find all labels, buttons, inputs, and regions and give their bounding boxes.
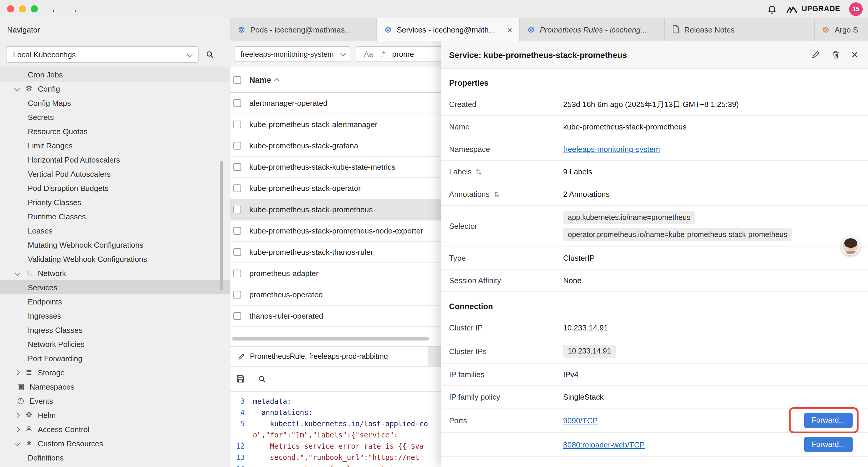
close-drawer-icon[interactable]: ×: [851, 50, 858, 59]
sidebar-item-pod-disruption-budgets[interactable]: Pod Disruption Budgets: [0, 181, 230, 195]
user-avatar[interactable]: [841, 237, 860, 255]
row-checkbox[interactable]: [234, 291, 241, 298]
forward-button[interactable]: Forward...: [804, 437, 852, 452]
sidebar-item-storage[interactable]: ≣Storage: [0, 365, 230, 380]
editor-tab-partial[interactable]: [434, 347, 441, 366]
yaml-editor[interactable]: 3metadata:4 annotations:5 kubectl.kubern…: [230, 392, 441, 467]
sidebar-item-definitions[interactable]: Definitions: [0, 450, 230, 465]
column-name-header[interactable]: Name: [249, 76, 271, 84]
table-row[interactable]: kube-prometheus-stack-operator: [230, 178, 441, 199]
port-link[interactable]: 8080:reloader-web/TCP: [563, 440, 645, 449]
namespace-filter-select[interactable]: freeleaps-monitoring-system: [235, 46, 350, 62]
table-row[interactable]: kube-prometheus-stack-alertmanager: [230, 114, 441, 135]
row-checkbox[interactable]: [234, 312, 241, 320]
row-checkbox[interactable]: [234, 227, 241, 235]
sidebar-item-config-maps[interactable]: Config Maps: [0, 96, 230, 110]
expand-collapse-icon[interactable]: ⇅: [476, 168, 482, 176]
tab-prometheus-rules-icecheng[interactable]: ☸Prometheus Rules - icecheng...: [520, 18, 665, 41]
save-icon[interactable]: [236, 374, 245, 384]
editor-tab-prometheusrule[interactable]: PrometheusRule: freeleaps-prod-rabbitmq: [230, 347, 428, 366]
sidebar-item-network[interactable]: ↑↓Network: [0, 266, 230, 280]
row-checkbox[interactable]: [234, 206, 241, 213]
sidebar-item-limit-ranges[interactable]: Limit Ranges: [0, 138, 230, 152]
tab-pods-icecheng-mathmas[interactable]: ☸Pods - icecheng@mathmas...: [230, 18, 377, 41]
expand-collapse-icon[interactable]: ⇅: [494, 190, 500, 198]
sidebar-item-priority-classes[interactable]: Priority Classes: [0, 195, 230, 209]
forward-button[interactable]: →: [69, 4, 78, 14]
table-row[interactable]: kube-prometheus-stack-grafana: [230, 135, 441, 157]
search-input[interactable]: Aa .* prome: [356, 46, 441, 62]
sidebar-item-mutating-webhook-configurations[interactable]: Mutating Webhook Configurations: [0, 238, 230, 252]
delete-service-icon[interactable]: [831, 50, 840, 59]
detail-label: IP families: [441, 370, 563, 379]
horizontal-scrollbar[interactable]: [232, 337, 429, 341]
sidebar-item-leases[interactable]: Leases: [0, 224, 230, 238]
sidebar-item-label: Vertical Pod Autoscalers: [28, 169, 111, 178]
detail-value: 253d 16h 6m ago (2025年1月13日 GMT+8 1:25:3…: [563, 99, 739, 110]
sidebar-item-secrets[interactable]: Secrets: [0, 110, 230, 124]
row-checkbox[interactable]: [234, 269, 241, 277]
detail-label: IP family policy: [441, 392, 563, 401]
row-checkbox[interactable]: [234, 99, 241, 107]
table-row[interactable]: prometheus-operated: [230, 284, 441, 305]
sidebar-item-horizontal-pod-autoscalers[interactable]: Horizontal Pod Autoscalers: [0, 152, 230, 167]
sidebar-item-vertical-pod-autoscalers[interactable]: Vertical Pod Autoscalers: [0, 167, 230, 181]
tab-services-icecheng-math[interactable]: ☸Services - icecheng@math...×: [377, 18, 520, 41]
table-row[interactable]: kube-prometheus-stack-kube-state-metrics: [230, 157, 441, 178]
table-row[interactable]: kube-prometheus-stack-prometheus-node-ex…: [230, 221, 441, 242]
back-button[interactable]: ←: [51, 4, 60, 14]
sidebar-item-custom-resources[interactable]: *Custom Resources: [0, 436, 230, 450]
service-name: kube-prometheus-stack-grafana: [249, 141, 359, 150]
table-row[interactable]: thanos-ruler-operated: [230, 305, 441, 327]
sidebar-item-endpoints[interactable]: Endpoints: [0, 294, 230, 309]
regex-toggle[interactable]: .*: [380, 50, 385, 58]
match-case-toggle[interactable]: Aa: [364, 50, 373, 58]
sidebar-item-access-control[interactable]: Access Control: [0, 422, 230, 436]
line-number: 12: [234, 441, 253, 452]
tab-release-notes[interactable]: Release Notes: [665, 18, 815, 41]
select-all-checkbox[interactable]: [234, 76, 241, 84]
port-link[interactable]: 9090/TCP: [563, 416, 598, 425]
forward-button[interactable]: Forward...: [804, 413, 852, 428]
sidebar-item-namespaces[interactable]: ▣Namespaces: [0, 380, 230, 394]
table-row[interactable]: kube-prometheus-stack-thanos-ruler: [230, 242, 441, 263]
detail-row-type: TypeClusterIP: [441, 247, 868, 269]
table-row[interactable]: kube-prometheus-stack-prometheus: [230, 199, 441, 221]
sidebar-item-runtime-classes[interactable]: Runtime Classes: [0, 209, 230, 224]
sidebar-item-network-policies[interactable]: Network Policies: [0, 337, 230, 351]
close-window-button[interactable]: [7, 5, 14, 12]
minimize-window-button[interactable]: [19, 5, 26, 12]
sidebar-item-events[interactable]: ◷Events: [0, 394, 230, 408]
detail-label: Ports: [441, 416, 563, 425]
namespace-link[interactable]: freeleaps-monitoring-system: [563, 145, 660, 154]
close-tab-icon[interactable]: ×: [501, 25, 512, 35]
editor-toolbar: [230, 367, 441, 392]
row-checkbox[interactable]: [234, 142, 241, 150]
row-checkbox[interactable]: [234, 184, 241, 192]
sidebar-search-icon[interactable]: [206, 50, 215, 59]
sidebar-item-port-forwarding[interactable]: Port Forwarding: [0, 351, 230, 365]
kubeconfig-selector[interactable]: Local Kubeconfigs: [6, 46, 198, 63]
tab-argo-s[interactable]: ☸Argo S: [815, 18, 868, 41]
sidebar-scrollbar[interactable]: [220, 161, 223, 291]
sidebar-item-validating-webhook-configurations[interactable]: Validating Webhook Configurations: [0, 252, 230, 266]
zoom-window-button[interactable]: [31, 5, 38, 12]
sidebar-item-services[interactable]: Services: [0, 280, 230, 294]
editor-search-icon[interactable]: [258, 375, 267, 383]
sidebar-item-ingresses[interactable]: Ingresses: [0, 309, 230, 323]
service-name: prometheus-adapter: [249, 269, 318, 278]
upgrade-button[interactable]: UPGRADE: [785, 4, 840, 13]
sidebar-item-cron-jobs[interactable]: Cron Jobs: [0, 67, 230, 82]
table-row[interactable]: alertmanager-operated: [230, 93, 441, 114]
notifications-bell-icon[interactable]: [767, 4, 777, 14]
row-checkbox[interactable]: [234, 248, 241, 256]
row-checkbox[interactable]: [234, 163, 241, 171]
notification-count-badge[interactable]: 15: [849, 2, 863, 16]
row-checkbox[interactable]: [234, 121, 241, 128]
table-row[interactable]: prometheus-adapter: [230, 263, 441, 284]
sidebar-item-config[interactable]: ⚙Config: [0, 82, 230, 96]
sidebar-item-ingress-classes[interactable]: Ingress Classes: [0, 323, 230, 337]
sidebar-item-resource-quotas[interactable]: Resource Quotas: [0, 124, 230, 138]
sidebar-item-helm[interactable]: ☸Helm: [0, 408, 230, 422]
edit-service-icon[interactable]: [811, 50, 820, 59]
